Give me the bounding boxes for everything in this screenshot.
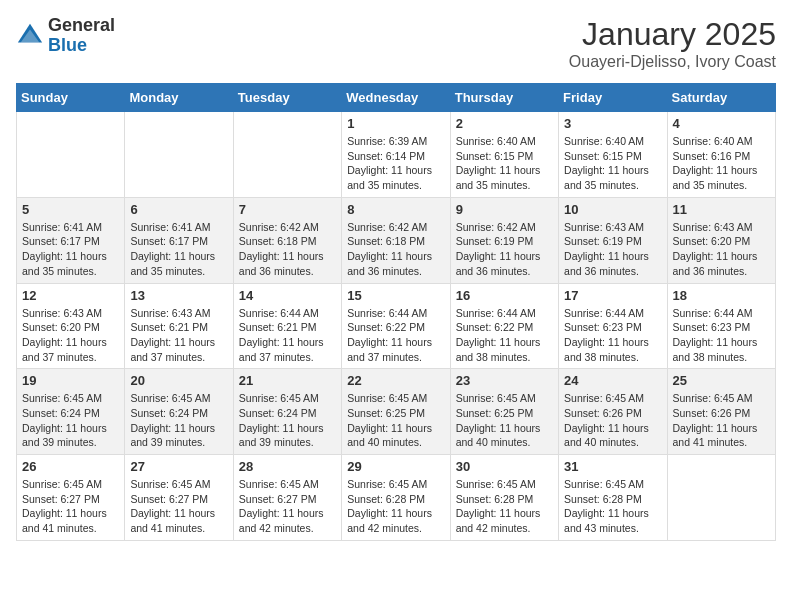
day-info: Sunrise: 6:45 AMSunset: 6:26 PMDaylight:… [673, 391, 770, 450]
day-number: 28 [239, 459, 336, 474]
day-number: 16 [456, 288, 553, 303]
day-info: Sunrise: 6:45 AMSunset: 6:25 PMDaylight:… [456, 391, 553, 450]
page-header: General Blue January 2025 Ouayeri-Djelis… [16, 16, 776, 71]
day-info: Sunrise: 6:45 AMSunset: 6:24 PMDaylight:… [130, 391, 227, 450]
calendar-week-row: 5Sunrise: 6:41 AMSunset: 6:17 PMDaylight… [17, 197, 776, 283]
calendar-cell: 19Sunrise: 6:45 AMSunset: 6:24 PMDayligh… [17, 369, 125, 455]
day-number: 7 [239, 202, 336, 217]
calendar-cell: 22Sunrise: 6:45 AMSunset: 6:25 PMDayligh… [342, 369, 450, 455]
day-info: Sunrise: 6:43 AMSunset: 6:20 PMDaylight:… [673, 220, 770, 279]
day-info: Sunrise: 6:44 AMSunset: 6:22 PMDaylight:… [347, 306, 444, 365]
calendar-cell: 1Sunrise: 6:39 AMSunset: 6:14 PMDaylight… [342, 112, 450, 198]
day-number: 12 [22, 288, 119, 303]
day-number: 31 [564, 459, 661, 474]
calendar-cell [667, 455, 775, 541]
calendar-cell: 26Sunrise: 6:45 AMSunset: 6:27 PMDayligh… [17, 455, 125, 541]
calendar-cell: 28Sunrise: 6:45 AMSunset: 6:27 PMDayligh… [233, 455, 341, 541]
day-number: 24 [564, 373, 661, 388]
calendar-week-row: 1Sunrise: 6:39 AMSunset: 6:14 PMDaylight… [17, 112, 776, 198]
day-info: Sunrise: 6:43 AMSunset: 6:21 PMDaylight:… [130, 306, 227, 365]
day-info: Sunrise: 6:45 AMSunset: 6:25 PMDaylight:… [347, 391, 444, 450]
calendar-cell: 15Sunrise: 6:44 AMSunset: 6:22 PMDayligh… [342, 283, 450, 369]
calendar-cell [17, 112, 125, 198]
day-number: 18 [673, 288, 770, 303]
logo-blue-text: Blue [48, 36, 115, 56]
day-number: 15 [347, 288, 444, 303]
weekday-header-wednesday: Wednesday [342, 84, 450, 112]
day-info: Sunrise: 6:45 AMSunset: 6:27 PMDaylight:… [130, 477, 227, 536]
title-block: January 2025 Ouayeri-Djelisso, Ivory Coa… [569, 16, 776, 71]
day-info: Sunrise: 6:42 AMSunset: 6:18 PMDaylight:… [239, 220, 336, 279]
day-number: 22 [347, 373, 444, 388]
day-info: Sunrise: 6:39 AMSunset: 6:14 PMDaylight:… [347, 134, 444, 193]
calendar-cell: 31Sunrise: 6:45 AMSunset: 6:28 PMDayligh… [559, 455, 667, 541]
calendar-cell [233, 112, 341, 198]
day-number: 6 [130, 202, 227, 217]
weekday-header-saturday: Saturday [667, 84, 775, 112]
day-number: 10 [564, 202, 661, 217]
weekday-header-thursday: Thursday [450, 84, 558, 112]
calendar-cell: 21Sunrise: 6:45 AMSunset: 6:24 PMDayligh… [233, 369, 341, 455]
calendar-cell: 12Sunrise: 6:43 AMSunset: 6:20 PMDayligh… [17, 283, 125, 369]
day-number: 27 [130, 459, 227, 474]
calendar-week-row: 26Sunrise: 6:45 AMSunset: 6:27 PMDayligh… [17, 455, 776, 541]
calendar-cell: 23Sunrise: 6:45 AMSunset: 6:25 PMDayligh… [450, 369, 558, 455]
day-info: Sunrise: 6:42 AMSunset: 6:18 PMDaylight:… [347, 220, 444, 279]
weekday-header-sunday: Sunday [17, 84, 125, 112]
calendar-cell [125, 112, 233, 198]
logo: General Blue [16, 16, 115, 56]
logo-icon [16, 22, 44, 50]
weekday-header-tuesday: Tuesday [233, 84, 341, 112]
calendar-cell: 8Sunrise: 6:42 AMSunset: 6:18 PMDaylight… [342, 197, 450, 283]
day-info: Sunrise: 6:40 AMSunset: 6:16 PMDaylight:… [673, 134, 770, 193]
calendar-cell: 25Sunrise: 6:45 AMSunset: 6:26 PMDayligh… [667, 369, 775, 455]
day-number: 21 [239, 373, 336, 388]
day-number: 13 [130, 288, 227, 303]
day-number: 2 [456, 116, 553, 131]
calendar-cell: 6Sunrise: 6:41 AMSunset: 6:17 PMDaylight… [125, 197, 233, 283]
day-number: 25 [673, 373, 770, 388]
calendar-cell: 27Sunrise: 6:45 AMSunset: 6:27 PMDayligh… [125, 455, 233, 541]
day-info: Sunrise: 6:43 AMSunset: 6:20 PMDaylight:… [22, 306, 119, 365]
calendar-cell: 14Sunrise: 6:44 AMSunset: 6:21 PMDayligh… [233, 283, 341, 369]
day-info: Sunrise: 6:45 AMSunset: 6:27 PMDaylight:… [239, 477, 336, 536]
day-number: 19 [22, 373, 119, 388]
day-number: 3 [564, 116, 661, 131]
day-info: Sunrise: 6:45 AMSunset: 6:28 PMDaylight:… [456, 477, 553, 536]
day-number: 29 [347, 459, 444, 474]
weekday-header-friday: Friday [559, 84, 667, 112]
day-info: Sunrise: 6:45 AMSunset: 6:28 PMDaylight:… [564, 477, 661, 536]
calendar-week-row: 19Sunrise: 6:45 AMSunset: 6:24 PMDayligh… [17, 369, 776, 455]
day-number: 20 [130, 373, 227, 388]
day-info: Sunrise: 6:45 AMSunset: 6:27 PMDaylight:… [22, 477, 119, 536]
calendar-week-row: 12Sunrise: 6:43 AMSunset: 6:20 PMDayligh… [17, 283, 776, 369]
calendar-cell: 5Sunrise: 6:41 AMSunset: 6:17 PMDaylight… [17, 197, 125, 283]
day-info: Sunrise: 6:41 AMSunset: 6:17 PMDaylight:… [22, 220, 119, 279]
logo-general-text: General [48, 16, 115, 36]
day-number: 9 [456, 202, 553, 217]
day-number: 4 [673, 116, 770, 131]
day-info: Sunrise: 6:43 AMSunset: 6:19 PMDaylight:… [564, 220, 661, 279]
calendar-cell: 2Sunrise: 6:40 AMSunset: 6:15 PMDaylight… [450, 112, 558, 198]
day-info: Sunrise: 6:44 AMSunset: 6:21 PMDaylight:… [239, 306, 336, 365]
calendar-cell: 10Sunrise: 6:43 AMSunset: 6:19 PMDayligh… [559, 197, 667, 283]
day-info: Sunrise: 6:44 AMSunset: 6:23 PMDaylight:… [673, 306, 770, 365]
day-info: Sunrise: 6:45 AMSunset: 6:26 PMDaylight:… [564, 391, 661, 450]
calendar-cell: 24Sunrise: 6:45 AMSunset: 6:26 PMDayligh… [559, 369, 667, 455]
day-number: 30 [456, 459, 553, 474]
day-info: Sunrise: 6:40 AMSunset: 6:15 PMDaylight:… [564, 134, 661, 193]
day-number: 23 [456, 373, 553, 388]
day-info: Sunrise: 6:41 AMSunset: 6:17 PMDaylight:… [130, 220, 227, 279]
subtitle: Ouayeri-Djelisso, Ivory Coast [569, 53, 776, 71]
day-info: Sunrise: 6:45 AMSunset: 6:24 PMDaylight:… [239, 391, 336, 450]
calendar-cell: 3Sunrise: 6:40 AMSunset: 6:15 PMDaylight… [559, 112, 667, 198]
day-number: 5 [22, 202, 119, 217]
day-info: Sunrise: 6:40 AMSunset: 6:15 PMDaylight:… [456, 134, 553, 193]
weekday-header-monday: Monday [125, 84, 233, 112]
day-number: 26 [22, 459, 119, 474]
day-info: Sunrise: 6:42 AMSunset: 6:19 PMDaylight:… [456, 220, 553, 279]
day-number: 17 [564, 288, 661, 303]
calendar-cell: 13Sunrise: 6:43 AMSunset: 6:21 PMDayligh… [125, 283, 233, 369]
calendar-cell: 9Sunrise: 6:42 AMSunset: 6:19 PMDaylight… [450, 197, 558, 283]
calendar-cell: 7Sunrise: 6:42 AMSunset: 6:18 PMDaylight… [233, 197, 341, 283]
